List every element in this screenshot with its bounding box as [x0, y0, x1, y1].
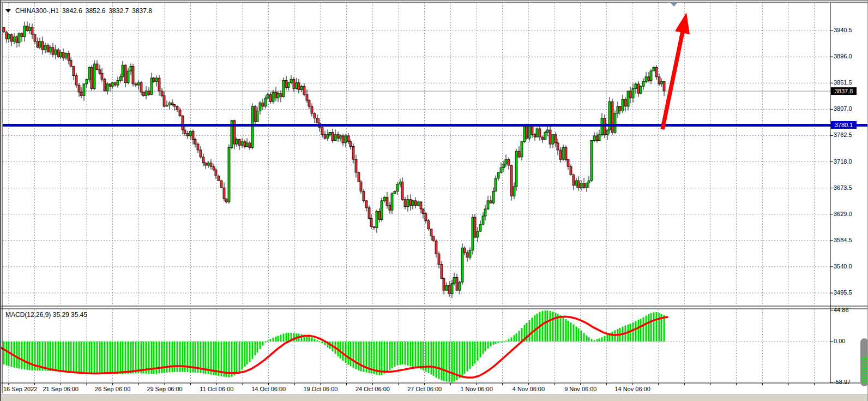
time-axis-label: 27 Oct 06:00 [407, 386, 442, 392]
macd-axis-label: 44.86 [834, 307, 849, 313]
price-axis-label: 3629.0 [834, 211, 852, 217]
connection-meter-bars [861, 356, 867, 384]
price-axis-label: 3762.5 [834, 131, 852, 138]
time-axis-label: 29 Sep 06:00 [147, 386, 182, 392]
quote-open: 3842.6 [62, 7, 82, 15]
price-axis-label: 3540.0 [834, 263, 852, 270]
quote-close: 3837.8 [132, 7, 152, 15]
quote-low: 3832.7 [108, 7, 129, 15]
price-axis-label: 3851.5 [834, 79, 852, 86]
time-axis-label: 21 Sep 06:00 [43, 386, 78, 392]
connection-meter [860, 338, 868, 386]
current-price-badge: 3837.8 [831, 87, 857, 95]
time-axis-label: 9 Nov 06:00 [564, 386, 596, 392]
time-axis-label: 1 Nov 06:00 [460, 386, 492, 392]
indicator-main-value: 35.29 [53, 311, 69, 319]
level-price-badge: 3780.1 [831, 121, 857, 129]
price-axis-label: 3807.0 [834, 105, 852, 112]
time-axis-label: 19 Oct 06:00 [304, 386, 338, 392]
indicator-label: MACD(12,26,9) 35.29 35.45 [5, 311, 87, 319]
time-axis-label: 11 Oct 06:00 [200, 386, 233, 392]
quote-high: 3852.6 [86, 7, 106, 15]
price-axis-label: 3495.5 [834, 289, 852, 296]
trend-arrow[interactable] [662, 13, 690, 129]
chart-window: CHINA300-,H1 3842.6 3852.6 3832.7 3837.8… [0, 0, 868, 401]
chart-header: CHINA300-,H1 3842.6 3852.6 3832.7 3837.8 [5, 7, 152, 15]
time-axis-label: 14 Oct 06:00 [251, 386, 286, 392]
price-axis-label: 3896.0 [834, 53, 852, 59]
time-axis-label: 14 Nov 06:00 [614, 386, 650, 392]
macd-axis-label: -58.97 [834, 379, 851, 385]
price-axis-label: 3718.0 [834, 158, 852, 165]
price-axis-label: 3673.5 [834, 184, 852, 191]
time-axis-label: 16 Sep 2022 [3, 386, 37, 392]
macd-axis-label: 0.00 [834, 338, 845, 344]
indicator-signal-value: 35.45 [71, 311, 87, 319]
time-axis-label: 24 Oct 06:00 [355, 386, 390, 392]
time-axis-label: 26 Sep 06:00 [95, 386, 130, 392]
window-bottom-strip [1, 394, 868, 401]
chart-canvas[interactable] [1, 1, 868, 401]
price-axis-label: 3940.5 [834, 27, 852, 33]
symbol-timeframe-label: CHINA300-,H1 [15, 7, 59, 15]
symbol-dropdown-triangle-icon[interactable] [5, 9, 11, 13]
time-axis-label: 4 Nov 06:00 [513, 386, 545, 392]
price-axis-label: 3584.5 [834, 237, 852, 243]
indicator-name: MACD(12,26,9) [5, 311, 51, 319]
chart-shift-marker-icon[interactable] [670, 2, 678, 7]
